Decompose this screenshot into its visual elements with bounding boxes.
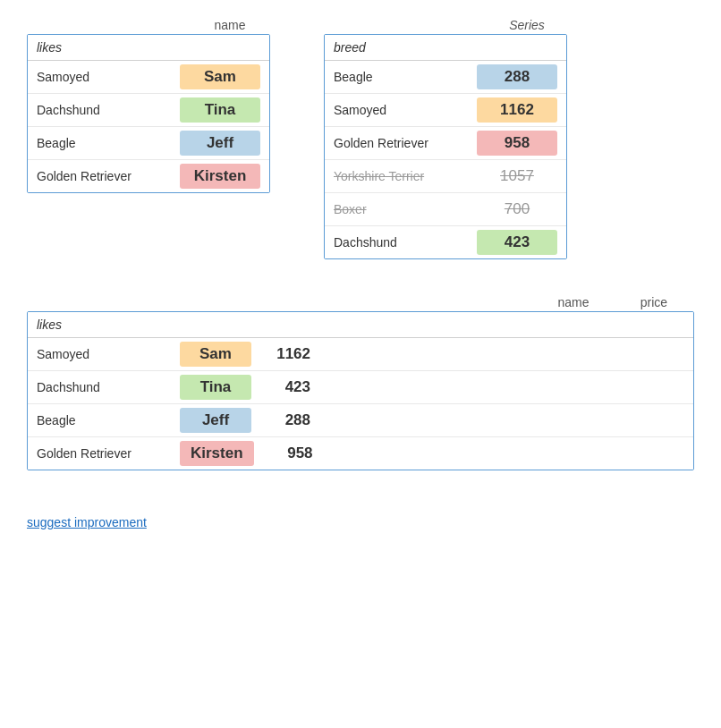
table3-price-header: price (614, 295, 694, 309)
row-label: Beagle (37, 136, 180, 150)
table-row: Dachshund 423 (325, 226, 566, 258)
cell-value: 1162 (477, 97, 557, 123)
table-row: Dachshund Tina (28, 94, 269, 127)
table3-wrapper: name price likes Samoyed Sam 1162 Dachsh… (27, 295, 694, 470)
table-row: Boxer 700 (325, 193, 566, 226)
table1-name-header: name (190, 18, 270, 32)
cell-name-value: Tina (180, 375, 251, 400)
cell-value: 958 (477, 131, 557, 156)
cell-name-value: Kirsten (180, 441, 254, 466)
table1-rows: Samoyed Sam Dachshund Tina Beagle Jeff G… (28, 61, 269, 192)
row-label: Dachshund (334, 235, 477, 250)
row-label: Beagle (334, 70, 477, 84)
cell-value: Kirsten (180, 164, 260, 189)
table1-col-headers: name (27, 18, 270, 32)
table1: likes Samoyed Sam Dachshund Tina Beagle … (27, 34, 270, 193)
section-1: name likes Samoyed Sam Dachshund Tina Be… (27, 18, 694, 259)
table3-col-headers: name price (27, 295, 694, 309)
table3-row-header: likes (37, 317, 180, 332)
footer: suggest improvement (27, 506, 694, 529)
cell-price-value: 423 (251, 378, 314, 396)
table-row: Golden Retriever 958 (325, 127, 566, 160)
suggest-improvement-link[interactable]: suggest improvement (27, 515, 147, 529)
cell-name-value: Jeff (180, 408, 251, 433)
cell-price-value: 288 (251, 411, 314, 429)
row-label: Yorkshire Terrier (334, 169, 477, 183)
cell-name-value: Sam (180, 342, 251, 367)
cell-value: 700 (477, 197, 557, 222)
table3-name-header: name (533, 295, 614, 309)
table2: breed Beagle 288 Samoyed 1162 Golden Ret… (324, 34, 567, 259)
table3-rows: Samoyed Sam 1162 Dachshund Tina 423 Beag… (28, 338, 693, 470)
row-label: Samoyed (334, 103, 477, 117)
table-row: Yorkshire Terrier 1057 (325, 160, 566, 193)
row-label: Beagle (37, 413, 180, 427)
table2-rows: Beagle 288 Samoyed 1162 Golden Retriever… (325, 61, 566, 258)
table1-header-row: likes (28, 35, 269, 61)
table2-col-headers: Series (324, 18, 567, 32)
table2-series-header: Series (487, 18, 567, 32)
cell-value: Tina (180, 97, 260, 123)
row-label: Golden Retriever (37, 446, 180, 461)
table3-header-row: likes (28, 312, 693, 338)
table-row: Beagle Jeff (28, 127, 269, 160)
table2-wrapper: Series breed Beagle 288 Samoyed 1162 Gol… (324, 18, 567, 259)
cell-value: 423 (477, 230, 557, 255)
row-label: Dachshund (37, 103, 180, 117)
table1-row-header: likes (37, 40, 180, 55)
table-row: Golden Retriever Kirsten (28, 160, 269, 192)
cell-value: Sam (180, 64, 260, 89)
cell-value: 288 (477, 64, 557, 89)
cell-value: 1057 (477, 164, 557, 189)
row-label: Golden Retriever (334, 136, 477, 150)
table3: likes Samoyed Sam 1162 Dachshund Tina 42… (27, 311, 694, 470)
table1-wrapper: name likes Samoyed Sam Dachshund Tina Be… (27, 18, 270, 193)
table-row: Beagle 288 (325, 61, 566, 94)
row-label: Dachshund (37, 380, 180, 394)
row-label: Boxer (334, 202, 477, 216)
cell-value: Jeff (180, 131, 260, 156)
cell-price-value: 1162 (251, 345, 314, 363)
table-row: Golden Retriever Kirsten 958 (28, 437, 693, 470)
row-label: Samoyed (37, 70, 180, 84)
table2-header-row: breed (325, 35, 566, 61)
row-label: Golden Retriever (37, 169, 180, 183)
cell-price-value: 958 (254, 444, 317, 462)
table2-row-header: breed (334, 40, 477, 55)
tables-row-1: name likes Samoyed Sam Dachshund Tina Be… (27, 18, 694, 259)
table-row: Samoyed Sam (28, 61, 269, 94)
table-row: Beagle Jeff 288 (28, 404, 693, 437)
section-2: name price likes Samoyed Sam 1162 Dachsh… (27, 295, 694, 470)
table-row: Dachshund Tina 423 (28, 371, 693, 404)
row-label: Samoyed (37, 347, 180, 361)
table-row: Samoyed Sam 1162 (28, 338, 693, 371)
table-row: Samoyed 1162 (325, 94, 566, 127)
